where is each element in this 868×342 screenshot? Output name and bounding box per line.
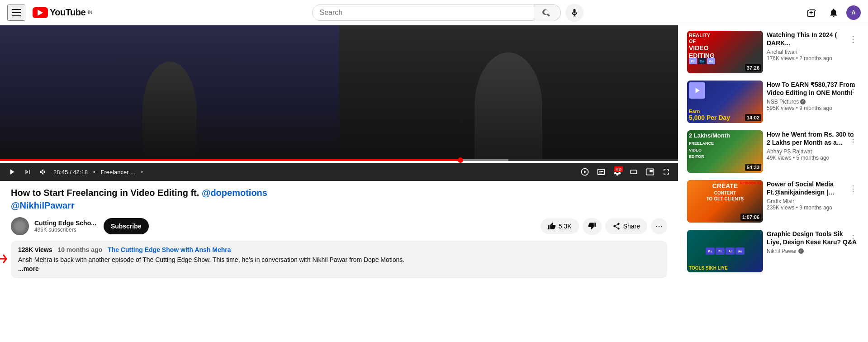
sidebar-more-5[interactable]: ⋮ <box>847 232 859 245</box>
sidebar-meta-1: Watching This In 2024 ( DARK... Anchal t… <box>767 31 859 73</box>
fullscreen-button[interactable] <box>660 166 673 178</box>
hd-badge: HD <box>614 166 623 172</box>
header-right: A <box>803 4 861 22</box>
time-display: 28:45 / 42:18 <box>53 169 88 176</box>
pip-icon <box>645 167 655 176</box>
play-icon <box>7 167 16 176</box>
notifications-button[interactable] <box>825 4 843 22</box>
miniplayer2-button[interactable] <box>644 166 656 178</box>
search-bar <box>312 4 583 22</box>
like-icon <box>548 222 556 230</box>
chapter-text: Freelancer ... <box>101 169 136 176</box>
author-link-1[interactable]: @dopemotions <box>202 188 267 198</box>
search-input-wrap <box>312 5 533 21</box>
action-buttons: 5.3K Share ··· <box>541 218 667 235</box>
volume-icon <box>39 167 48 176</box>
sidebar-views-1: 176K views • 2 months ago <box>767 55 859 62</box>
sidebar-video-1[interactable]: REALITYOFVIDEOEDITING Pr Da Ae 37:26 Wat… <box>685 29 861 75</box>
sidebar-video-4[interactable]: CREATE CONTENT TO GET CLIENTS EPISODE 03… <box>685 178 861 224</box>
author-link-2[interactable]: @NikhilPawarr <box>11 200 75 210</box>
video-section: 28:45 / 42:18 • Freelancer ... HD <box>0 25 678 342</box>
sidebar-channel-4: Grafix Mistri <box>767 198 859 204</box>
subtitles-button[interactable] <box>595 166 607 178</box>
verified-icon-2: ✓ <box>800 99 806 104</box>
sidebar-meta-3: How he Went from Rs. 300 to 2 Lakhs per … <box>767 130 859 173</box>
description-text: Ansh Mehra is back with another episode … <box>18 255 660 265</box>
chapter-arrow-icon <box>139 169 145 175</box>
sidebar: REALITYOFVIDEOEDITING Pr Da Ae 37:26 Wat… <box>678 25 868 342</box>
search-button[interactable] <box>533 4 561 21</box>
sidebar-more-4[interactable]: ⋮ <box>847 182 859 195</box>
sidebar-thumb-2: Earn5,000 Per Day 14:02 <box>687 81 763 123</box>
video-player[interactable] <box>0 25 678 161</box>
sidebar-title-5: Graphic Design Tools Sik Liye, Design Ke… <box>767 230 859 246</box>
sidebar-more-1[interactable]: ⋮ <box>847 33 859 46</box>
video-duration-4: 1:07:06 <box>740 214 761 221</box>
share-icon <box>612 222 621 230</box>
mic-button[interactable] <box>565 4 583 22</box>
verified-icon-5: ✓ <box>798 248 804 254</box>
theater-icon <box>629 167 638 176</box>
dislike-icon <box>588 222 596 230</box>
share-button[interactable]: Share <box>605 218 647 234</box>
mic-icon <box>570 8 579 17</box>
dislike-button[interactable] <box>583 218 602 235</box>
user-avatar[interactable]: A <box>846 5 861 20</box>
video-info: How to Start Freelancing in Video Editin… <box>0 181 678 284</box>
separator: • <box>93 169 95 176</box>
sidebar-meta-2: How To EARN ₹580,737 From Video Editing … <box>767 81 859 123</box>
search-icon <box>542 8 551 17</box>
youtube-logo-icon <box>33 7 48 18</box>
menu-button[interactable] <box>7 5 25 21</box>
youtube-logo-text: YouTube <box>50 7 85 18</box>
sidebar-channel-3: Abhay PS Rajawat <box>767 148 859 155</box>
video-player-container: 28:45 / 42:18 • Freelancer ... HD <box>0 25 678 181</box>
header-left: YouTubeIN <box>7 5 92 21</box>
subscribe-button[interactable]: Subscribe <box>104 218 149 234</box>
channel-info: Cutting Edge Scho... 496K subscribers <box>34 219 96 233</box>
more-options-button[interactable]: ··· <box>651 218 667 234</box>
description-box[interactable]: 128K views 10 months ago The Cutting Edg… <box>11 241 667 278</box>
sidebar-channel-2: NSB Pictures ✓ <box>767 99 859 105</box>
channel-name[interactable]: Cutting Edge Scho... <box>34 219 96 227</box>
video-duration-1: 37:26 <box>745 64 761 71</box>
sidebar-more-3[interactable]: ⋮ <box>847 132 859 146</box>
create-button[interactable] <box>803 4 821 22</box>
sidebar-thumb-3: 2 Lakhs/Month FREELANCEVIDEOEDITOR 54:33 <box>687 130 763 173</box>
youtube-logo[interactable]: YouTubeIN <box>33 7 92 18</box>
sidebar-thumb-1: REALITYOFVIDEOEDITING Pr Da Ae 37:26 <box>687 31 763 73</box>
like-button[interactable]: 5.3K <box>541 218 579 234</box>
channel-row: Cutting Edge Scho... 496K subscribers Su… <box>11 217 667 235</box>
sidebar-thumb-5: Ps Pr Ai Ae TOOLS SIKH LIYE <box>687 230 763 272</box>
sidebar-channel-5: Nikhil Pawar ✓ <box>767 248 859 254</box>
channel-avatar[interactable] <box>11 217 29 235</box>
sidebar-thumb-4: CREATE CONTENT TO GET CLIENTS EPISODE 03… <box>687 180 763 223</box>
sidebar-meta-4: Power of Social Media Ft.@anikjaindesign… <box>767 180 859 223</box>
miniplayer-icon <box>580 167 589 176</box>
svg-marker-1 <box>584 171 586 174</box>
fullscreen-icon <box>662 167 671 176</box>
sidebar-title-2: How To EARN ₹580,737 From Video Editing … <box>767 81 859 97</box>
theater-mode-button[interactable] <box>627 166 640 178</box>
create-icon <box>807 8 817 18</box>
sidebar-video-3[interactable]: 2 Lakhs/Month FREELANCEVIDEOEDITOR 54:33… <box>685 128 861 175</box>
sidebar-video-2[interactable]: Earn5,000 Per Day 14:02 How To EARN ₹580… <box>685 79 861 125</box>
subscriber-count: 496K subscribers <box>34 227 96 233</box>
search-input[interactable] <box>313 5 533 20</box>
sidebar-title-1: Watching This In 2024 ( DARK... <box>767 31 859 47</box>
bell-icon <box>829 8 839 18</box>
sidebar-more-2[interactable]: ⋮ <box>847 82 859 96</box>
sidebar-meta-5: Graphic Design Tools Sik Liye, Design Ke… <box>767 230 859 272</box>
volume-button[interactable] <box>37 166 50 178</box>
red-arrow-icon <box>0 251 10 267</box>
more-link[interactable]: ...more <box>18 265 39 272</box>
progress-bar-wrap[interactable] <box>0 159 678 161</box>
sidebar-video-5[interactable]: Ps Pr Ai Ae TOOLS SIKH LIYE Graphic Desi… <box>685 228 861 274</box>
miniplayer-button[interactable] <box>579 166 591 178</box>
red-arrow-indicator <box>0 251 10 269</box>
play-button[interactable] <box>5 166 18 178</box>
next-button[interactable] <box>22 166 33 178</box>
country-badge: IN <box>88 10 92 15</box>
sidebar-title-4: Power of Social Media Ft.@anikjaindesign… <box>767 180 859 196</box>
header: YouTubeIN A <box>0 0 868 25</box>
